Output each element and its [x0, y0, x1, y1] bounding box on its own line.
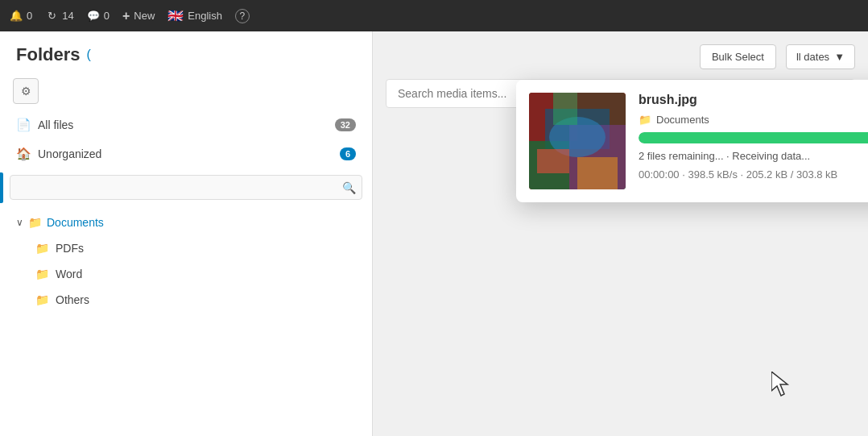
documents-folder[interactable]: ∨ 📁 Documents	[6, 210, 366, 235]
others-folder[interactable]: 📁 Others	[6, 287, 366, 313]
folder-search-input[interactable]	[10, 175, 362, 200]
folder-search: 🔍	[10, 175, 362, 200]
main-layout: Folders ( ⚙ 📄 All files 32 🏠 Unorganized	[0, 31, 868, 436]
all-files-nav[interactable]: 📄 All files 32	[6, 110, 366, 139]
upload-total: 303.8 kB	[796, 168, 837, 181]
word-folder[interactable]: 📁 Word	[6, 261, 366, 287]
upload-current: 205.2 kB	[746, 168, 787, 181]
upload-stats: 00:00:00 · 398.5 kB/s · 205.2 kB / 303.8…	[639, 168, 868, 181]
upload-location-label: Documents	[656, 114, 709, 126]
chevron-down-icon: ▼	[834, 51, 845, 63]
upload-popup: brush.jpg 📁 Documents 2 files remaining.…	[516, 80, 868, 202]
nav-list: 📄 All files 32 🏠 Unorganized 6	[0, 110, 372, 168]
new-label: New	[134, 10, 155, 22]
sidebar-toolbar: ⚙	[0, 75, 372, 110]
allfiles-icon: 📄	[16, 118, 31, 132]
folder-icon-pdfs: 📁	[35, 242, 49, 255]
active-strip	[0, 172, 3, 203]
upload-info: brush.jpg 📁 Documents 2 files remaining.…	[639, 93, 868, 181]
help-button[interactable]: ?	[235, 9, 250, 23]
folder-icon-docs: 📁	[28, 216, 42, 229]
new-button[interactable]: + New	[122, 9, 155, 23]
bell-icon: 🔔	[10, 10, 23, 23]
date-filter-label: ll dates	[796, 51, 829, 63]
comments-nav[interactable]: 💬 0	[87, 10, 110, 23]
folder-icon-others: 📁	[35, 293, 49, 306]
all-files-badge: 32	[335, 118, 356, 131]
updates-count: 14	[62, 10, 73, 22]
bulk-select-button[interactable]: Bulk Select	[700, 44, 776, 69]
unorganized-icon: 🏠	[16, 147, 31, 161]
documents-label: Documents	[47, 216, 104, 229]
comment-icon: 💬	[87, 10, 100, 23]
upload-status-text: 2 files remaining... · Receiving data...	[639, 150, 868, 162]
sidebar-title: Folders	[16, 44, 80, 65]
unorganized-badge: 6	[340, 147, 356, 160]
alerts-count: 0	[27, 10, 32, 22]
folder-icon: 📁	[639, 114, 651, 126]
all-files-label: All files	[38, 118, 73, 131]
others-label: Others	[56, 293, 89, 306]
unorganized-nav[interactable]: 🏠 Unorganized 6	[6, 139, 366, 168]
upload-location: 📁 Documents	[639, 114, 868, 126]
date-filter-dropdown[interactable]: ll dates ▼	[786, 44, 855, 69]
folder-icon-word: 📁	[35, 268, 49, 280]
content-area: Bulk Select ll dates ▼	[373, 31, 868, 436]
topbar: 🔔 0 ↻ 14 💬 0 + New 🇬🇧 English ?	[0, 0, 868, 31]
language-label: English	[188, 10, 222, 22]
svg-rect-7	[577, 157, 618, 189]
upload-speed: 398.5 kB/s	[688, 168, 737, 181]
word-label: Word	[56, 268, 82, 280]
upload-filename: brush.jpg	[639, 93, 868, 107]
alerts-nav[interactable]: 🔔 0	[10, 10, 32, 23]
refresh-icon: ↻	[45, 10, 58, 23]
unorganized-label: Unorganized	[38, 147, 101, 160]
language-selector[interactable]: 🇬🇧 English	[167, 8, 222, 23]
gear-icon: ⚙	[21, 85, 31, 98]
sidebar-header: Folders (	[0, 31, 372, 75]
svg-marker-9	[771, 372, 787, 396]
upload-time: 00:00:00	[639, 168, 680, 181]
upload-thumbnail	[529, 93, 626, 189]
flag-icon: 🇬🇧	[167, 8, 184, 23]
pdfs-folder[interactable]: 📁 PDFs	[6, 235, 366, 261]
progress-bar-container	[639, 132, 868, 143]
help-icon: ?	[235, 9, 250, 23]
pdfs-label: PDFs	[56, 242, 84, 255]
search-icon[interactable]: 🔍	[342, 181, 356, 194]
folder-section: ∨ 📁 Documents 📁 PDFs 📁 Word 📁 Others	[0, 206, 372, 316]
svg-rect-8	[553, 93, 577, 125]
comments-count: 0	[104, 10, 110, 22]
progress-bar-fill	[639, 132, 868, 143]
sidebar: Folders ( ⚙ 📄 All files 32 🏠 Unorganized	[0, 31, 373, 436]
plus-icon: +	[122, 9, 130, 23]
svg-rect-6	[537, 149, 569, 173]
chevron-down-icon: ∨	[16, 217, 23, 228]
sidebar-toggle-icon[interactable]: (	[86, 48, 90, 62]
settings-button[interactable]: ⚙	[13, 78, 39, 104]
updates-nav[interactable]: ↻ 14	[45, 10, 73, 23]
content-toolbar: Bulk Select ll dates ▼	[386, 44, 855, 69]
